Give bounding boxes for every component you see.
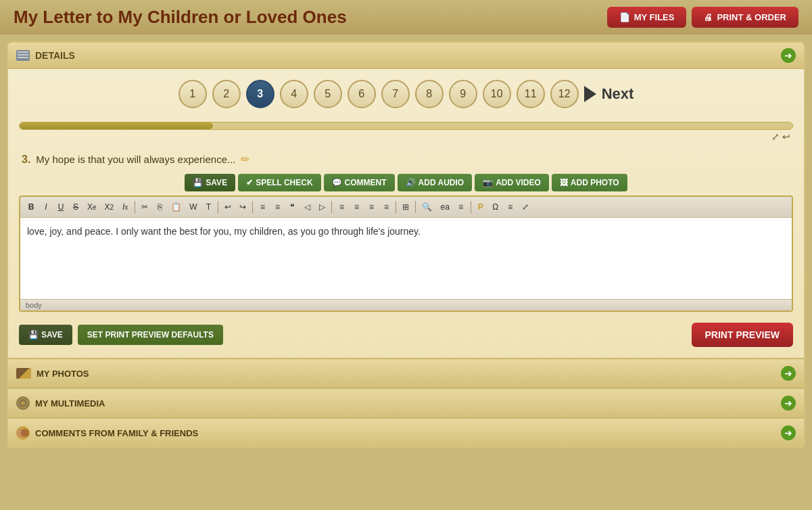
bottom-buttons: 💾 SAVE SET PRINT PREVIEW DEFAULTS PRINT … [8,323,804,358]
comment-button[interactable]: 💬 COMMENT [324,174,395,191]
svg-rect-1 [18,54,28,55]
spell-toolbar-button[interactable]: ea [437,200,452,214]
special-chars-button[interactable]: Ω [489,200,502,214]
editor-actions: 💾 SAVE ✔ SPELL CHECK 💬 COMMENT 🔊 ADD AUD… [19,174,793,191]
print-order-button[interactable]: 🖨 PRINT & ORDER [692,7,798,28]
page-9[interactable]: 9 [449,80,477,108]
superscript-button[interactable]: X2 [101,200,118,214]
details-header-left: Details [16,50,75,61]
top-buttons: 📄 MY FILES 🖨 PRINT & ORDER [607,7,798,28]
align-center-button[interactable]: ≡ [350,200,363,214]
blockquote-button[interactable]: ❝ [285,200,299,214]
editor-status: body [20,299,792,310]
progress-bar-area: ⤢ ↩ [8,119,804,145]
ul-button[interactable]: ≡ [270,200,284,214]
page-6[interactable]: 6 [348,80,376,108]
page-5[interactable]: 5 [314,80,342,108]
expand-icon[interactable]: ⤢ [771,131,780,142]
toolbar-sep-4 [331,201,332,213]
italic-button[interactable]: I [39,200,53,214]
print-preview-defaults-button[interactable]: SET PRINT PREVIEW DEFAULTS [78,325,223,345]
spell-check-button[interactable]: ✔ SPELL CHECK [238,174,320,191]
my-files-button[interactable]: 📄 MY FILES [607,7,687,28]
editor-content[interactable]: love, joy, and peace. I only want the be… [20,218,792,299]
page-12[interactable]: 12 [550,80,579,108]
editor-section: 💾 SAVE ✔ SPELL CHECK 💬 COMMENT 🔊 ADD AUD… [8,174,804,323]
photos-header-left: MY PHOTOS [16,368,89,379]
indent-button[interactable]: ▷ [315,200,329,214]
multimedia-section: MY MULTIMEDIA ➜ [8,388,804,417]
add-video-button[interactable]: 📷 ADD VIDEO [475,174,549,191]
bold-button[interactable]: B [24,200,38,214]
add-photo-button[interactable]: 🖼 ADD PHOTO [552,174,627,191]
photos-header[interactable]: MY PHOTOS ➜ [8,359,804,388]
photos-section: MY PHOTOS ➜ [8,358,804,388]
header: My Letter to My Children or Loved Ones 📄… [0,0,812,34]
question-number: 3. [22,154,30,166]
redo-button[interactable]: ↪ [236,200,249,214]
video-icon: 📷 [483,178,493,187]
comments-header-left: COMMENTS FROM FAMILY & FRIENDS [16,426,198,440]
page-2[interactable]: 2 [212,80,241,108]
spell-icon: ✔ [246,178,253,187]
next-button-area[interactable]: Next [584,85,634,103]
align-right-button[interactable]: ≡ [364,200,378,214]
comments-icon [16,426,30,440]
paste-button[interactable]: 📋 [168,200,185,214]
undo-button[interactable]: ↩ [221,200,235,214]
page-8[interactable]: 8 [415,80,444,108]
strike-button[interactable]: S [69,200,82,214]
save-icon-bottom: 💾 [28,330,39,340]
page-4[interactable]: 4 [280,80,308,108]
page-10[interactable]: 10 [483,80,511,108]
add-audio-button[interactable]: 🔊 ADD AUDIO [398,174,473,191]
details-arrow[interactable]: ➜ [781,48,796,63]
page-3[interactable]: 3 [246,80,274,108]
source-button[interactable]: ≡ [504,200,517,214]
page-1[interactable]: 1 [178,80,207,108]
print-button[interactable]: P [474,200,487,214]
page-7[interactable]: 7 [381,80,410,108]
copy-button[interactable]: ⎘ [153,200,166,214]
progress-bar [19,122,793,130]
maximize-button[interactable]: ⤢ [519,200,532,214]
audio-icon: 🔊 [406,178,416,187]
outdent-button[interactable]: ◁ [300,200,314,214]
bottom-save-button[interactable]: 💾 SAVE [19,325,72,345]
print-preview-button[interactable]: PRINT PREVIEW [692,323,793,347]
find-button[interactable]: 🔍 [419,200,435,214]
justify-button[interactable]: ≡ [379,200,393,214]
paste-text-button[interactable]: T [201,200,215,214]
main-content: Details ➜ 1 2 3 4 5 6 7 8 9 10 11 12 Nex… [7,41,805,448]
ol-button[interactable]: ≡ [256,200,269,214]
page-11[interactable]: 11 [517,80,545,108]
print-icon: 🖨 [704,12,713,22]
progress-icons: ⤢ ↩ [19,131,793,142]
text-editor: B I U S Xe X2 Ix ✂ ⎘ 📋 W T ↩ ↪ ≡ ≡ ❝ [19,195,793,312]
underline-button[interactable]: U [54,200,68,214]
save-action-button[interactable]: 💾 SAVE [185,174,235,191]
format-button[interactable]: ≡ [454,200,468,214]
file-icon: 📄 [619,12,630,22]
editor-toolbar: B I U S Xe X2 Ix ✂ ⎘ 📋 W T ↩ ↪ ≡ ≡ ❝ [20,197,792,218]
clear-format-button[interactable]: Ix [118,200,132,214]
multimedia-arrow[interactable]: ➜ [781,396,796,411]
details-section-header: Details ➜ [8,43,804,69]
toolbar-sep-2 [218,201,218,213]
comments-header[interactable]: COMMENTS FROM FAMILY & FRIENDS ➜ [8,419,804,447]
details-title: Details [35,50,75,61]
comments-section: COMMENTS FROM FAMILY & FRIENDS ➜ [8,417,804,447]
play-icon [584,86,596,102]
toolbar-sep-7 [471,201,471,213]
undo-icon[interactable]: ↩ [782,131,790,142]
subscript-button[interactable]: Xe [84,200,100,214]
multimedia-header[interactable]: MY MULTIMEDIA ➜ [8,389,804,417]
edit-icon[interactable]: ✏ [241,153,249,166]
table-button[interactable]: ⊞ [399,200,412,214]
paste-word-button[interactable]: W [186,200,200,214]
comments-arrow[interactable]: ➜ [781,425,796,440]
align-left-button[interactable]: ≡ [335,200,348,214]
cut-button[interactable]: ✂ [138,200,151,214]
photos-arrow[interactable]: ➜ [781,366,796,381]
question-area: 3. My hope is that you will always exper… [8,145,804,174]
